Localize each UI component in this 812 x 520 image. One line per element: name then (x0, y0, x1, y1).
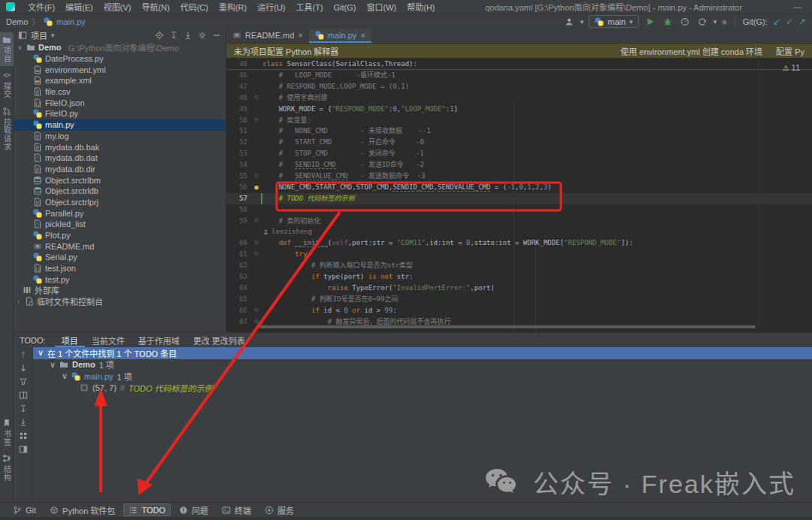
group-by-icon[interactable] (19, 431, 28, 440)
code-line-54[interactable]: 54 # SENDID_CMD - 发送ID命令 -2 (226, 159, 812, 171)
expanded-chevron-icon[interactable]: ∨ (38, 348, 44, 358)
breadcrumb-project[interactable]: Demo (6, 17, 28, 26)
editor-tab-main.py[interactable]: main.py × (309, 29, 371, 43)
tree-file-DateProcess.py[interactable]: DateProcess.py (14, 53, 226, 65)
menu-窗口(W)[interactable]: 窗口(W) (362, 3, 402, 12)
bulb-icon[interactable]: ● (252, 182, 261, 193)
tool-window-button-Python 软件包[interactable]: Python 软件包 (44, 503, 120, 516)
close-icon[interactable]: × (298, 31, 302, 40)
tree-file-my.log[interactable]: my.log (14, 131, 226, 142)
expanded-chevron-icon[interactable]: ∨ (17, 44, 23, 51)
code-line-47[interactable]: 47 # RESPOND_MODE,LOOP_MODE = (0,1) (226, 81, 812, 92)
tool-window-button-问题[interactable]: 问题 (174, 503, 214, 516)
horizontal-scrollbar[interactable] (259, 325, 756, 328)
menu-运行(U)[interactable]: 运行(U) (252, 3, 290, 12)
tree-file-test.json[interactable]: {} test.json (14, 263, 226, 274)
todo-file-row[interactable]: ∨ main.py 1 项 (33, 370, 812, 382)
debug-button[interactable] (662, 16, 674, 28)
profiler-button[interactable] (679, 16, 691, 28)
author-inlay[interactable]: leezisheng (262, 226, 312, 237)
chevron-down-icon[interactable]: ▾ (580, 18, 584, 26)
code-line-48[interactable]: 48 ⊟ # 使用字典创建 (226, 92, 812, 104)
run-button[interactable] (644, 16, 656, 28)
preview-icon[interactable] (19, 391, 28, 400)
code-line-62[interactable]: 62 # 判断输入端口号是否为str类型 (226, 260, 812, 271)
filter-icon[interactable] (19, 377, 28, 386)
stripe-button-书签[interactable]: 书签 (0, 416, 14, 449)
git-update-button[interactable]: ↙ (773, 17, 780, 27)
code-line-49[interactable]: 49 WORK_MODE = {"RESPOND_MODE":0,"LOOP_M… (226, 104, 812, 115)
code-line-52[interactable]: 52 # START_CMD - 开启命令 -0 (226, 137, 812, 148)
tree-file-file.csv[interactable]: file.csv (14, 86, 226, 98)
tree-file-README.md[interactable]: M README.md (14, 240, 226, 252)
run-config-selector[interactable]: main ▾ (589, 15, 638, 28)
todo-project-row[interactable]: ∨ Demo 1 项 (33, 359, 812, 371)
menu-帮助(H)[interactable]: 帮助(H) (401, 3, 440, 12)
code-line-60[interactable]: 60 ⊟ def __init__(self,port:str = "COM11… (226, 237, 812, 249)
code-line-51[interactable]: 51 # NONE_CMD - 未接收数据 --1 (226, 125, 812, 137)
code-area[interactable]: 46 # LOOP_MODE -循环模式-1 47 # RESPOND_MODE… (226, 70, 812, 327)
move-down-icon[interactable] (19, 364, 28, 373)
code-line-65[interactable]: 65 # 判断ID号是否在0~99之间 (226, 294, 812, 305)
collapsed-chevron-icon[interactable]: › (15, 298, 22, 305)
todo-item-row[interactable]: (57, 7) # TODO 代码标签的示例 (33, 382, 812, 395)
code-line-61[interactable]: 61 ⊟ try: (226, 249, 812, 260)
tree-file-mydata.db.dir[interactable]: mydata.db.dir (14, 164, 226, 175)
tree-node-临时文件和控制台[interactable]: › 临时文件和控制台 (14, 296, 226, 307)
chevron-down-icon[interactable]: ▾ (714, 18, 717, 26)
tool-window-button-TODO[interactable]: TODO (123, 503, 171, 516)
expand-all-icon[interactable] (19, 404, 28, 413)
gear-icon[interactable] (198, 31, 207, 40)
tree-file-FileIO.py[interactable]: FileIO.py (14, 108, 226, 119)
fold-icon[interactable]: ⊟ (252, 305, 261, 316)
tree-file-main.py[interactable]: main.py (14, 119, 226, 131)
close-icon[interactable]: × (360, 31, 365, 40)
project-panel-title[interactable]: 项目 (31, 29, 47, 41)
expanded-chevron-icon[interactable]: ∨ (50, 360, 56, 370)
tree-file-Object.srctrlbm[interactable]: Object.srctrlbm (14, 174, 226, 186)
tree-node-外部库[interactable]: 外部库 (14, 285, 226, 296)
todo-tab-项目[interactable]: 项目 (55, 335, 85, 347)
fold-icon[interactable]: ⊟ (252, 249, 261, 260)
preview-pane-icon[interactable] (19, 445, 28, 454)
minimize-icon[interactable]: — (787, 2, 807, 11)
tool-window-button-服务[interactable]: 服务 (259, 503, 299, 516)
tree-file-test.py[interactable]: test.py (14, 274, 226, 285)
code-line-56[interactable]: 56 ● NONE_CMD,START_CMD,STOP_CMD,SENDID_… (226, 182, 812, 193)
tree-file-Plot.py[interactable]: Plot.py (14, 230, 226, 241)
user-icon[interactable] (563, 16, 575, 28)
menu-工具(T)[interactable]: 工具(T) (291, 3, 329, 12)
git-push-button[interactable]: ↗ (798, 17, 806, 27)
tree-file-pickled_list[interactable]: ? pickled_list (14, 219, 226, 230)
chevron-down-icon[interactable]: ▾ (51, 32, 55, 39)
move-up-icon[interactable] (19, 350, 28, 359)
code-line-66[interactable]: 66 ⊟ if id < 0 or id > 99: (226, 305, 812, 316)
menu-编辑(E)[interactable]: 编辑(E) (60, 3, 98, 12)
collapse-all-icon[interactable] (19, 418, 28, 427)
stripe-button-提交[interactable]: 提交 (0, 68, 14, 101)
breadcrumb-file[interactable]: main.py (56, 17, 86, 26)
notification-link[interactable]: 配置 Py (776, 45, 804, 57)
code-line-53[interactable]: 53 # STOP_CMD - 关闭命令 -1 (226, 148, 812, 159)
stripe-button-项目[interactable]: 项目 (0, 32, 14, 66)
fold-icon[interactable]: ⊟ (252, 92, 261, 104)
tree-file-FileIO.json[interactable]: {} FileIO.json (14, 97, 226, 108)
stripe-button-结构[interactable]: 结构 (0, 451, 14, 485)
code-line-46[interactable]: 46 # LOOP_MODE -循环模式-1 (226, 70, 812, 81)
code-line-63[interactable]: 63 if type(port) is not str: (226, 271, 812, 283)
code-line-58[interactable]: 58 (226, 204, 812, 216)
tree-file-mydata.db.bak[interactable]: mydata.db.bak (14, 141, 226, 153)
tree-file-environment.yml[interactable]: environment.yml (14, 64, 226, 75)
tool-window-button-终端[interactable]: 终端 (217, 503, 256, 516)
menu-视图(V)[interactable]: 视图(V) (98, 3, 137, 12)
fold-icon[interactable]: ⊟ (252, 216, 261, 227)
code-line-50[interactable]: 50 ⊟ # 类变量: (226, 115, 812, 126)
tree-root-row[interactable]: ∨ Demo G:\Python面向对象编程\Demo (14, 42, 226, 53)
code-line-55[interactable]: 55 ⊟ # SENDVALUE_CMD - 发送数据命令 -3 (226, 171, 812, 182)
expand-all-icon[interactable] (169, 31, 178, 40)
tree-file-Serial.py[interactable]: Serial.py (14, 252, 226, 263)
coverage-button[interactable] (696, 16, 708, 28)
fold-icon[interactable]: ⊟ (252, 237, 261, 249)
tree-file-Object.srctrlprj[interactable]: Object.srctrlprj (14, 197, 226, 208)
menu-文件(F)[interactable]: 文件(F) (23, 3, 60, 12)
